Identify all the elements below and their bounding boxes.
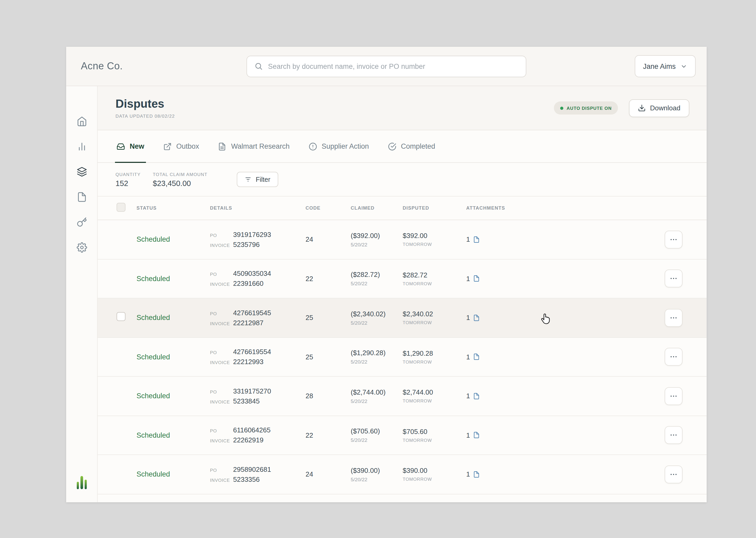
column-header-attachments: ATTACHMENTS: [466, 205, 529, 211]
ellipsis-icon: [669, 392, 678, 400]
table-row[interactable]: Scheduled PO 3919176293 INVOICE 5235796: [98, 220, 707, 259]
invoice-number: 5233356: [233, 475, 260, 483]
attachment-count: 1: [466, 353, 470, 361]
tab-walmart-research[interactable]: Walmart Research: [218, 130, 290, 162]
page-header: Disputes DATA UPDATED 08/02/22 AUTO DISP…: [98, 86, 707, 130]
attachments-cell[interactable]: 1: [466, 392, 529, 400]
status-cell: Scheduled: [136, 431, 210, 439]
home-icon: [76, 116, 87, 127]
invoice-label: INVOICE: [210, 438, 233, 444]
code-cell: 28: [306, 392, 351, 400]
attachment-file-icon: [473, 432, 480, 439]
attachments-cell[interactable]: 1: [466, 353, 529, 361]
row-menu-button[interactable]: [665, 426, 683, 444]
attachment-count: 1: [466, 314, 470, 322]
ellipsis-icon: [669, 275, 678, 283]
attachment-file-icon: [473, 393, 480, 400]
po-number: 3919176293: [233, 231, 271, 239]
attachment-file-icon: [473, 314, 480, 322]
inbox-icon: [117, 142, 125, 150]
search-input[interactable]: [268, 62, 518, 70]
invoice-number: 22212987: [233, 319, 263, 327]
status-dot-icon: [560, 106, 564, 110]
attachments-cell[interactable]: 1: [466, 236, 529, 243]
claimed-cell: ($705.60) 5/20/22: [351, 427, 403, 443]
check-circle-icon: [388, 142, 396, 150]
claimed-cell: ($282.72) 5/20/22: [351, 271, 403, 287]
po-number: 2958902681: [233, 465, 271, 473]
attachments-cell[interactable]: 1: [466, 470, 529, 478]
row-checkbox[interactable]: [117, 312, 125, 321]
filter-button[interactable]: Filter: [237, 172, 278, 187]
sidebar-item-documents[interactable]: [76, 192, 87, 202]
sidebar-item-reports[interactable]: [76, 141, 87, 152]
table-row[interactable]: Scheduled PO 4276619554 INVOICE 22212993: [98, 338, 707, 377]
status-cell: Scheduled: [136, 470, 210, 478]
claimed-cell: ($392.00) 5/20/22: [351, 232, 403, 247]
attachments-cell[interactable]: 1: [466, 314, 529, 322]
row-menu-button[interactable]: [665, 309, 683, 327]
user-menu-button[interactable]: Jane Aims: [635, 55, 696, 77]
attachments-cell[interactable]: 1: [466, 275, 529, 283]
attachment-count: 1: [466, 275, 470, 283]
attachment-count: 1: [466, 431, 470, 439]
po-label: PO: [210, 428, 233, 434]
table-row[interactable]: Scheduled PO 4276619545 INVOICE 22212987: [98, 298, 707, 338]
file-text-icon: [218, 142, 226, 150]
sidebar-item-home[interactable]: [76, 116, 87, 127]
disputed-cell: $2,340.02 TOMORROW: [403, 310, 466, 325]
download-button[interactable]: Download: [629, 99, 689, 117]
details-cell: PO 6116064265 INVOICE 22262919: [210, 426, 306, 444]
claimed-cell: ($1,290.28) 5/20/22: [351, 349, 403, 365]
invoice-label: INVOICE: [210, 360, 233, 365]
ellipsis-icon: [669, 470, 678, 479]
row-menu-button[interactable]: [665, 387, 683, 405]
ellipsis-icon: [669, 235, 678, 244]
table-row[interactable]: Scheduled PO 4509035034 INVOICE 22391660: [98, 259, 707, 298]
user-name: Jane Aims: [643, 62, 676, 70]
code-cell: 22: [306, 431, 351, 439]
attachment-file-icon: [473, 471, 480, 478]
download-icon: [638, 104, 646, 112]
global-search[interactable]: [247, 55, 526, 77]
row-menu-button[interactable]: [665, 270, 683, 288]
table-row[interactable]: Scheduled PO 6116064265 INVOICE 22262919: [98, 416, 707, 455]
row-menu-button[interactable]: [665, 231, 683, 248]
app-window: Acne Co. Jane Aims: [66, 47, 707, 502]
attachment-file-icon: [473, 236, 480, 243]
disputed-cell: $282.72 TOMORROW: [403, 271, 466, 286]
claimed-cell: ($2,744.00) 5/20/22: [351, 388, 403, 404]
details-cell: PO 3919176293 INVOICE 5235796: [210, 231, 306, 248]
row-menu-button[interactable]: [665, 465, 683, 483]
table-header-row: STATUS DETAILS CODE CLAIMED DISPUTED ATT…: [98, 196, 707, 220]
key-icon: [76, 217, 87, 228]
sidebar-item-disputes[interactable]: [76, 167, 87, 177]
filter-icon: [245, 176, 252, 183]
select-all-checkbox[interactable]: [117, 202, 125, 211]
invoice-label: INVOICE: [210, 399, 233, 404]
attachments-cell[interactable]: 1: [466, 431, 529, 439]
sidebar-item-keys[interactable]: [76, 217, 87, 228]
column-header-details: DETAILS: [210, 205, 306, 211]
details-cell: PO 3319175270 INVOICE 5233845: [210, 387, 306, 405]
disputed-cell: $390.00 TOMORROW: [403, 467, 466, 482]
tab-completed[interactable]: Completed: [388, 130, 435, 162]
invoice-number: 22212993: [233, 358, 263, 366]
ellipsis-icon: [669, 431, 678, 440]
invoice-number: 5235796: [233, 241, 260, 248]
table-row[interactable]: Scheduled PO 2958902681 INVOICE 5233356: [98, 455, 707, 494]
tab-outbox[interactable]: Outbox: [163, 130, 199, 162]
tabs: New Outbox Walmart Research Supplier Act…: [98, 130, 707, 163]
code-cell: 22: [306, 275, 351, 283]
tab-supplier-action[interactable]: Supplier Action: [308, 130, 369, 162]
invoice-number: 22391660: [233, 280, 263, 288]
data-updated-label: DATA UPDATED 08/02/22: [116, 114, 175, 119]
invoice-number: 22262919: [233, 436, 263, 444]
table-row[interactable]: Scheduled PO 3319175270 INVOICE 5233845: [98, 377, 707, 416]
attachment-file-icon: [473, 275, 480, 282]
attachment-count: 1: [466, 236, 470, 243]
sidebar-item-settings[interactable]: [76, 242, 87, 253]
tab-new[interactable]: New: [117, 130, 144, 162]
po-label: PO: [210, 233, 233, 238]
row-menu-button[interactable]: [665, 348, 683, 366]
